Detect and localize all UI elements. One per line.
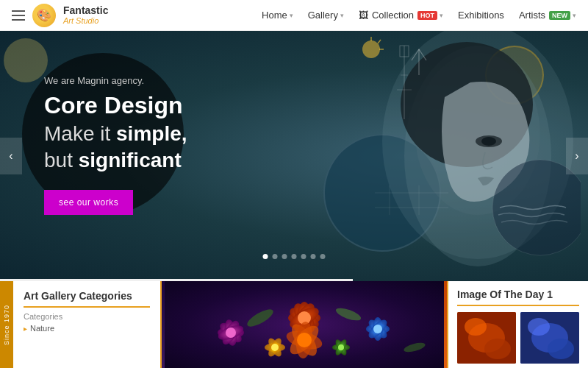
- nav-home[interactable]: Home ▾: [262, 10, 293, 21]
- nav-menu: Home ▾ Gallery ▾ 🖼 Collection HOT ▾ Exhi…: [262, 10, 576, 21]
- svg-point-45: [338, 344, 344, 350]
- chevron-down-icon: ▾: [573, 12, 576, 19]
- slider-dot[interactable]: [282, 254, 287, 259]
- category-item-label: Nature: [30, 324, 54, 333]
- svg-point-50: [297, 333, 312, 347]
- nav-artists[interactable]: Artists NEW ▾: [519, 10, 576, 21]
- new-badge: NEW: [549, 11, 570, 20]
- header-left: Fantastic Art Studio: [12, 4, 108, 27]
- svg-point-61: [548, 339, 574, 359]
- slider-dot[interactable]: [273, 254, 278, 259]
- slider-dot[interactable]: [301, 254, 306, 259]
- hero-face-illustration: [331, 31, 581, 281]
- image-of-day-panel: Image Of The Day 1: [448, 281, 588, 368]
- svg-point-41: [271, 344, 279, 351]
- hero-circle-topleft: [4, 38, 48, 82]
- logo-fantastic: Fantastic: [63, 5, 108, 16]
- collection-icon: 🖼: [359, 10, 368, 21]
- hero-title-line2: Make it simple,: [44, 122, 187, 146]
- logo-icon: [32, 4, 56, 27]
- flower-svg: [162, 281, 447, 368]
- image-thumbnails: [457, 312, 579, 364]
- svg-point-56: [465, 318, 487, 336]
- since-label: Since 1970: [0, 281, 13, 368]
- svg-point-60: [528, 318, 550, 336]
- slider-dot[interactable]: [263, 254, 268, 259]
- hot-badge: HOT: [417, 11, 437, 20]
- hero-slider: We are Magnin agency. Core Design Make i…: [0, 31, 588, 281]
- slider-dot[interactable]: [292, 254, 297, 259]
- chevron-down-icon: ▾: [340, 12, 344, 19]
- category-item-nature[interactable]: ▸ Nature: [24, 324, 150, 333]
- chevron-down-icon: ▾: [290, 12, 293, 19]
- svg-line-17: [378, 40, 381, 43]
- hero-content: We are Magnin agency. Core Design Make i…: [44, 75, 187, 215]
- svg-point-37: [373, 325, 382, 333]
- slider-dot[interactable]: [320, 254, 326, 259]
- nav-exhibitions[interactable]: Exhibitions: [458, 10, 504, 21]
- svg-point-15: [362, 40, 380, 58]
- gallery-categories-title: Art Gallery Categories: [24, 290, 150, 308]
- nav-collection[interactable]: 🖼 Collection HOT ▾: [359, 10, 443, 21]
- header: Fantastic Art Studio Home ▾ Gallery ▾ 🖼 …: [0, 0, 588, 31]
- logo-text: Fantastic Art Studio: [63, 5, 108, 25]
- svg-point-57: [484, 339, 511, 359]
- gallery-categories-panel: Art Gallery Categories Categories ▸ Natu…: [13, 281, 160, 368]
- slider-dots: [263, 254, 326, 259]
- logo-studio: Art Studio: [63, 16, 108, 25]
- chevron-down-icon: ▾: [440, 12, 443, 19]
- hamburger-menu[interactable]: [12, 10, 25, 21]
- hero-title-line1: Core Design: [44, 92, 187, 119]
- slider-dot[interactable]: [311, 254, 316, 259]
- hero-background: We are Magnin agency. Core Design Make i…: [0, 31, 588, 281]
- bottom-section: Since 1970 Art Gallery Categories Catego…: [0, 281, 588, 368]
- hero-cta-button[interactable]: see our works: [44, 190, 133, 215]
- slider-prev-button[interactable]: ‹: [0, 138, 22, 174]
- image-of-day-title: Image Of The Day 1: [457, 289, 579, 306]
- category-arrow-icon: ▸: [24, 325, 27, 333]
- hero-subtitle: We are Magnin agency.: [44, 75, 187, 86]
- svg-point-5: [481, 137, 496, 146]
- thumbnail-2[interactable]: [520, 312, 579, 364]
- nav-gallery[interactable]: Gallery ▾: [308, 10, 344, 21]
- center-artwork-image: [162, 281, 447, 368]
- thumbnail-1[interactable]: [457, 312, 516, 364]
- hero-title-line3: but significant: [44, 149, 187, 172]
- categories-label: Categories: [24, 312, 150, 321]
- flower-artwork: [162, 281, 447, 368]
- svg-point-32: [226, 328, 236, 338]
- slider-next-button[interactable]: ›: [566, 138, 588, 174]
